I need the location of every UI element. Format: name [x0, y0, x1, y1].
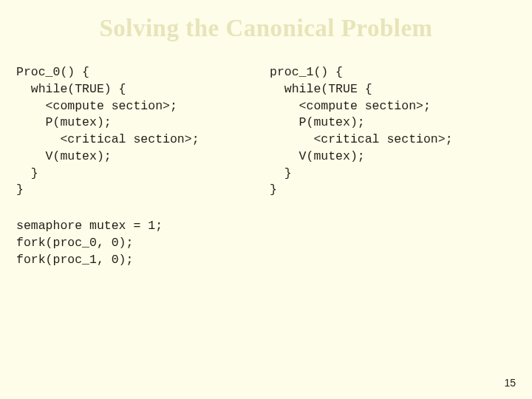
code-line: } — [16, 183, 24, 197]
code-line: P(mutex); — [270, 115, 365, 129]
code-line: proc_1() { — [270, 65, 343, 79]
code-line: while(TRUE) { — [16, 82, 126, 96]
code-line: semaphore mutex = 1; — [16, 219, 163, 233]
code-line: } — [270, 183, 277, 197]
setup-code: semaphore mutex = 1; fork(proc_0, 0); fo… — [0, 199, 532, 268]
page-number: 15 — [504, 377, 516, 389]
code-line: } — [16, 166, 38, 180]
slide-title: Solving the Canonical Problem — [0, 0, 532, 42]
code-line: } — [270, 166, 292, 180]
code-columns: Proc_0() { while(TRUE) { <compute sectio… — [0, 42, 532, 199]
code-line: Proc_0() { — [16, 65, 89, 79]
code-line: fork(proc_1, 0); — [16, 253, 133, 267]
code-line: V(mutex); — [16, 149, 112, 163]
code-line: V(mutex); — [270, 149, 365, 163]
proc1-code: proc_1() { while(TRUE { <compute section… — [262, 64, 516, 199]
proc0-code: Proc_0() { while(TRUE) { <compute sectio… — [16, 64, 262, 199]
code-line: while(TRUE { — [270, 82, 372, 96]
code-line: <critical section>; — [270, 132, 453, 146]
code-line: fork(proc_0, 0); — [16, 236, 133, 250]
code-line: P(mutex); — [16, 115, 112, 129]
code-line: <critical section>; — [16, 132, 200, 146]
code-line: <compute section>; — [270, 99, 431, 113]
code-line: <compute section>; — [16, 99, 177, 113]
